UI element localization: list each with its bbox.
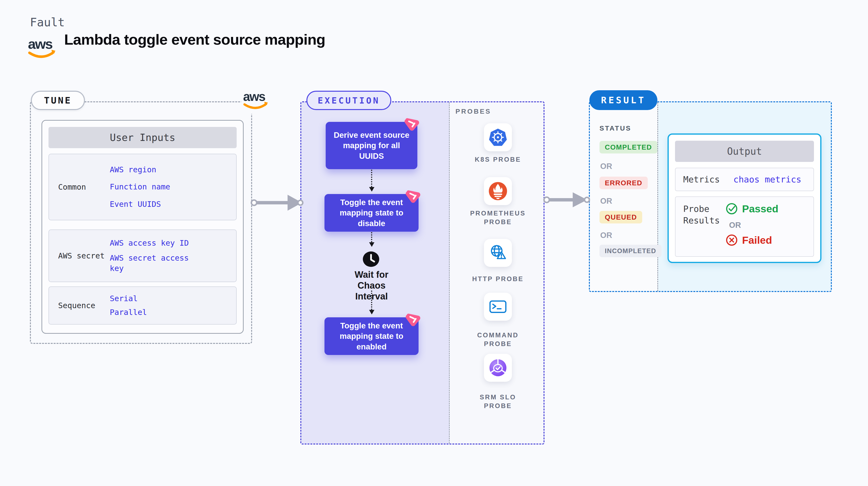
svg-text:aws: aws <box>243 90 265 103</box>
step-node-derive-mapping: Derive event source mapping for all UUID… <box>326 122 417 169</box>
probe-card-prometheus <box>484 177 512 205</box>
flow-connector <box>371 232 372 242</box>
status-badge-errored: ERRORED <box>599 177 648 189</box>
execution-probes-section: Derive event source mapping for all UUID… <box>300 101 545 445</box>
input-links: AWS access key ID AWS secret access key <box>110 230 236 282</box>
wait-step <box>363 251 379 268</box>
flow-connector-arrowhead <box>369 310 374 314</box>
user-inputs-card: User Inputs Common AWS region Function n… <box>41 120 244 334</box>
input-link-event-uuids[interactable]: Event UUIDS <box>110 199 195 209</box>
flow-connector-arrowhead <box>369 242 374 247</box>
or-label: OR <box>600 196 612 206</box>
flow-connector <box>371 291 372 310</box>
fault-eyebrow-label: Fault <box>30 16 65 29</box>
input-links: Serial Parallel <box>110 287 236 324</box>
probe-card-command <box>484 293 512 321</box>
step-node-label: Toggle the event mapping state to enable… <box>329 321 414 352</box>
step-node-toggle-disable: Toggle the event mapping state to disabl… <box>324 194 418 232</box>
tune-to-execution-arrow-icon <box>250 192 304 214</box>
output-metrics-row: Metrics chaos metrics <box>675 168 814 191</box>
aws-logo-icon: aws <box>27 35 58 61</box>
probes-title: PROBES <box>456 108 491 115</box>
input-group-common: Common AWS region Function name Event UU… <box>49 154 237 220</box>
input-group-label: AWS secret <box>49 230 110 282</box>
status-badge-queued: QUEUED <box>599 211 642 223</box>
input-links: AWS region Function name Event UUIDS <box>110 154 236 220</box>
output-card: Output Metrics chaos metrics Probe Resul… <box>668 133 822 263</box>
execution-probes-divider <box>449 102 450 444</box>
failed-result: Failed <box>726 234 778 246</box>
chaos-experiment-icon <box>404 187 423 205</box>
step-node-label: Toggle the event mapping state to disabl… <box>329 197 414 229</box>
tune-badge: TUNE <box>31 91 85 110</box>
passed-result: Passed <box>726 203 778 215</box>
input-group-sequence: Sequence Serial Parallel <box>49 286 237 325</box>
globe-warning-icon <box>488 243 508 263</box>
failed-label: Failed <box>742 234 772 246</box>
probe-label-k8s: K8S PROBE <box>469 155 526 164</box>
input-link-function-name[interactable]: Function name <box>110 182 195 192</box>
flow-connector-arrowhead <box>369 187 374 191</box>
step-node-label: Derive event source mapping for all UUID… <box>331 130 412 161</box>
probe-results-label: Probe Results <box>683 203 724 226</box>
flow-connector <box>371 170 372 187</box>
input-link-aws-region[interactable]: AWS region <box>110 164 195 175</box>
chaos-experiment-icon <box>404 310 423 328</box>
result-badge: RESULT <box>589 90 657 110</box>
execution-badge: EXECUTION <box>306 91 391 110</box>
probe-card-http <box>484 239 512 267</box>
prometheus-icon <box>488 181 508 201</box>
or-label: OR <box>600 162 612 171</box>
output-title: Output <box>675 141 814 162</box>
probe-card-srm-slo <box>484 354 512 382</box>
chaos-experiment-icon <box>403 115 421 133</box>
aws-logo-icon: aws <box>243 88 270 112</box>
or-label: OR <box>729 220 778 230</box>
input-link-parallel[interactable]: Parallel <box>110 307 195 317</box>
probe-label-srm-slo: SRM SLO PROBE <box>469 393 526 410</box>
probe-results-values: Passed OR Failed <box>726 203 778 246</box>
probes-to-result-arrow-icon <box>543 189 590 211</box>
page-title: Lambda toggle event source mapping <box>64 31 325 48</box>
clock-icon <box>363 251 379 268</box>
probes-area <box>450 102 544 444</box>
metrics-value-link[interactable]: chaos metrics <box>733 168 801 191</box>
probe-label-http: HTTP PROBE <box>469 275 526 283</box>
check-circle-icon <box>726 203 738 215</box>
output-probe-results-row: Probe Results Passed OR Failed <box>675 196 814 257</box>
x-circle-icon <box>726 234 738 246</box>
aws-logo-tune: aws <box>241 86 271 114</box>
input-group-label: Sequence <box>49 287 110 324</box>
input-link-access-key-id[interactable]: AWS access key ID <box>110 238 195 248</box>
metrics-label: Metrics <box>683 168 720 191</box>
fault-diagram-canvas: Fault aws Lambda toggle event source map… <box>0 0 868 486</box>
slo-gauge-icon <box>488 358 508 378</box>
probe-card-k8s <box>484 123 512 151</box>
user-inputs-title: User Inputs <box>49 127 237 148</box>
status-badge-completed: COMPLETED <box>599 141 657 153</box>
status-badge-incompleted: INCOMPLETED <box>599 245 661 257</box>
input-link-secret-access-key[interactable]: AWS secret access key <box>110 253 195 274</box>
probe-label-command: COMMAND PROBE <box>469 331 526 348</box>
input-link-serial[interactable]: Serial <box>110 294 195 304</box>
passed-label: Passed <box>742 203 778 215</box>
aws-logo-text: aws <box>28 36 52 52</box>
kubernetes-icon <box>488 127 508 147</box>
terminal-icon <box>488 297 508 317</box>
result-divider <box>657 102 658 291</box>
input-group-aws-secret: AWS secret AWS access key ID AWS secret … <box>49 230 237 282</box>
step-node-toggle-enable: Toggle the event mapping state to enable… <box>324 317 418 355</box>
input-group-label: Common <box>49 154 110 220</box>
or-label: OR <box>600 231 612 240</box>
status-title: STATUS <box>599 124 631 132</box>
probe-label-prometheus: PROMETHEUS PROBE <box>469 209 526 226</box>
